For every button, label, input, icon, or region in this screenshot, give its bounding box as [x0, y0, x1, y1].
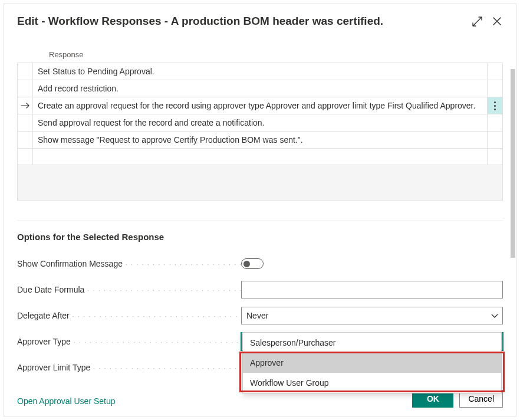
response-cell[interactable]: Create an approval request for the recor…	[33, 97, 488, 114]
approver-type-label: Approver Type	[17, 337, 241, 346]
row-indicator	[18, 149, 33, 165]
response-table: Set Status to Pending Approval. Add reco…	[17, 63, 503, 201]
table-row[interactable]: Send approval request for the record and…	[18, 114, 503, 132]
show-confirmation-toggle[interactable]	[241, 258, 264, 269]
row-indicator	[18, 63, 33, 80]
row-indicator	[18, 80, 33, 97]
row-action[interactable]	[488, 132, 503, 149]
approver-type-dropdown: Salesperson/Purchaser Approver Workflow …	[242, 332, 502, 393]
open-approval-setup-link[interactable]: Open Approval User Setup	[17, 396, 116, 406]
header-actions	[471, 15, 503, 27]
table-row-empty[interactable]	[18, 149, 503, 165]
response-cell[interactable]: Set Status to Pending Approval.	[33, 63, 488, 80]
response-cell[interactable]: Show message "Request to approve Certify…	[33, 132, 488, 149]
due-date-label: Due Date Formula	[17, 285, 241, 294]
table-row-selected[interactable]: Create an approval request for the recor…	[18, 97, 503, 114]
scrollbar[interactable]	[511, 69, 515, 258]
close-icon[interactable]	[491, 15, 503, 27]
approver-limit-label: Approver Limit Type	[17, 363, 241, 372]
response-cell[interactable]: Add record restriction.	[33, 80, 488, 97]
due-date-input[interactable]	[241, 281, 503, 298]
modal-window: Edit - Workflow Responses - A production…	[4, 4, 516, 416]
response-table-area: Response Set Status to Pending Approval.…	[17, 50, 503, 201]
modal-header: Edit - Workflow Responses - A production…	[4, 4, 516, 34]
expand-icon[interactable]	[471, 15, 483, 27]
row-action[interactable]	[488, 114, 503, 132]
row-action-menu-icon[interactable]	[488, 97, 503, 114]
row-indicator	[18, 132, 33, 149]
delegate-after-value: Never	[246, 311, 268, 320]
row-indicator	[18, 114, 33, 132]
table-row[interactable]: Set Status to Pending Approval.	[18, 63, 503, 80]
delegate-after-select[interactable]: Never	[241, 307, 503, 324]
table-row[interactable]: Show message "Request to approve Certify…	[18, 132, 503, 149]
response-column-header[interactable]: Response	[17, 50, 503, 63]
response-cell[interactable]: Send approval request for the record and…	[33, 114, 488, 132]
field-delegate-after: Delegate After Never	[17, 307, 503, 324]
row-action[interactable]	[488, 149, 503, 165]
row-action[interactable]	[488, 63, 503, 80]
dropdown-option-salesperson[interactable]: Salesperson/Purchaser	[243, 333, 501, 353]
response-cell[interactable]	[33, 149, 488, 165]
show-confirmation-label: Show Confirmation Message	[17, 259, 241, 268]
row-indicator-icon	[18, 97, 33, 114]
delegate-after-label: Delegate After	[17, 311, 241, 320]
table-spacer	[18, 165, 503, 201]
page-title: Edit - Workflow Responses - A production…	[17, 15, 471, 28]
options-section-title: Options for the Selected Response	[17, 232, 503, 242]
field-due-date: Due Date Formula	[17, 281, 503, 298]
dropdown-option-workflow-group[interactable]: Workflow User Group	[243, 373, 501, 393]
table-row[interactable]: Add record restriction.	[18, 80, 503, 97]
section-divider	[17, 221, 503, 221]
dropdown-option-approver[interactable]: Approver	[243, 353, 501, 373]
row-action[interactable]	[488, 80, 503, 97]
field-show-confirmation: Show Confirmation Message	[17, 255, 503, 273]
